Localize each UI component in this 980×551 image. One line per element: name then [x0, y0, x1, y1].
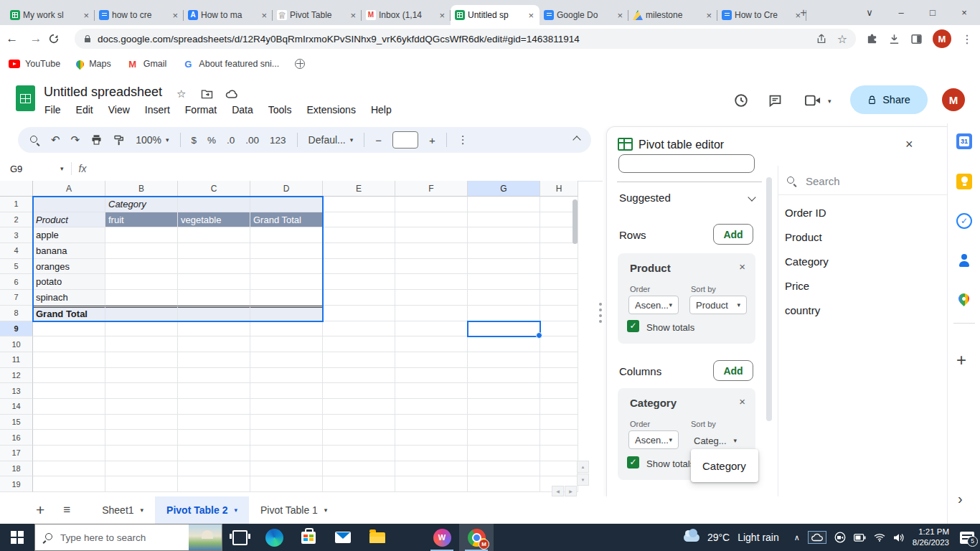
share-icon[interactable] [816, 33, 827, 44]
globe-bookmark-icon[interactable] [295, 59, 305, 69]
collapse-side-panel-icon[interactable]: › [958, 491, 963, 507]
toolbar-more-icon[interactable]: ⋮ [458, 133, 468, 146]
panel-close-icon[interactable]: × [905, 137, 913, 152]
google-contacts-icon[interactable] [956, 253, 972, 269]
tab-search-icon[interactable]: ∨ [854, 7, 885, 18]
cell-B18[interactable] [105, 461, 178, 477]
cell-D19[interactable] [250, 476, 323, 492]
url-omnibox[interactable]: docs.google.com/spreadsheets/d/12R4y0BqR… [75, 29, 856, 49]
field-item-0[interactable]: Order ID [785, 200, 928, 225]
cell-C4[interactable] [178, 243, 250, 259]
account-avatar[interactable]: M [942, 88, 965, 111]
forward-button[interactable]: → [24, 32, 47, 46]
cell-B8[interactable] [105, 306, 178, 321]
bookmark-1[interactable]: Maps [76, 59, 111, 69]
back-button[interactable]: ← [0, 32, 24, 46]
battery-icon[interactable] [854, 534, 866, 542]
cell-B2[interactable]: fruit [105, 212, 178, 228]
menu-view[interactable]: View [108, 104, 130, 116]
all-sheets-menu-icon[interactable]: ≡ [63, 503, 70, 517]
cell-C14[interactable] [178, 399, 250, 415]
cell-F1[interactable] [395, 197, 468, 212]
cell-G15[interactable] [468, 415, 540, 430]
zoom-select[interactable]: 100%▾ [136, 134, 169, 146]
tab-close-icon[interactable]: × [171, 10, 179, 21]
field-item-1[interactable]: Product [785, 225, 928, 249]
sortby-options-popup[interactable]: Category [691, 449, 758, 482]
cell-B4[interactable] [105, 243, 178, 259]
cell-B12[interactable] [105, 368, 178, 384]
decrease-font-size-button[interactable]: − [375, 134, 382, 146]
cell-A15[interactable] [33, 415, 105, 430]
cell-F5[interactable] [395, 259, 468, 275]
cell-B11[interactable] [105, 352, 178, 368]
cell-A9[interactable] [33, 321, 105, 337]
cell-F11[interactable] [395, 352, 468, 368]
cell-D10[interactable] [250, 336, 323, 352]
vertical-scrollbar-thumb[interactable] [573, 199, 578, 244]
cell-F14[interactable] [395, 399, 468, 415]
cell-G4[interactable] [468, 243, 540, 259]
move-to-folder-icon[interactable] [201, 89, 213, 99]
cell-E14[interactable] [323, 399, 395, 415]
more-formats-button[interactable]: 123 [270, 135, 286, 146]
cell-F7[interactable] [395, 290, 468, 306]
sheet-tab-dropdown-icon[interactable]: ▾ [141, 507, 144, 514]
panel-scrollbar-thumb[interactable] [766, 177, 772, 421]
columns-add-button[interactable]: Add [713, 360, 753, 381]
cell-E15[interactable] [323, 415, 395, 430]
cell-B9[interactable] [105, 321, 178, 337]
downloads-icon[interactable] [888, 33, 900, 45]
browser-tab-7[interactable]: milestone× [628, 5, 717, 25]
menu-file[interactable]: File [44, 104, 61, 116]
field-search-input[interactable] [804, 174, 915, 188]
taskbar-search-input[interactable] [59, 532, 169, 544]
wifi-icon[interactable] [874, 533, 885, 542]
cell-A14[interactable] [33, 399, 105, 415]
get-addons-icon[interactable]: + [956, 350, 966, 370]
cell-C5[interactable] [178, 259, 250, 275]
cell-A5[interactable]: oranges [33, 259, 105, 275]
cell-F4[interactable] [395, 243, 468, 259]
cell-F9[interactable] [395, 321, 468, 337]
row-header-13[interactable]: 13 [0, 383, 33, 399]
column-header-F[interactable]: F [395, 181, 468, 197]
menu-help[interactable]: Help [371, 104, 392, 116]
rows-add-button[interactable]: Add [713, 224, 753, 245]
row-header-10[interactable]: 10 [0, 336, 33, 352]
format-percent-button[interactable]: % [207, 135, 216, 146]
cell-F13[interactable] [395, 383, 468, 399]
cell-D4[interactable] [250, 243, 323, 259]
cell-D14[interactable] [250, 399, 323, 415]
data-range-input[interactable] [618, 154, 755, 173]
row-header-12[interactable]: 12 [0, 368, 33, 384]
cell-G12[interactable] [468, 368, 540, 384]
cell-H16[interactable] [540, 430, 578, 446]
cell-E13[interactable] [323, 383, 395, 399]
cell-E10[interactable] [323, 336, 395, 352]
cell-B15[interactable] [105, 415, 178, 430]
cell-D18[interactable] [250, 461, 323, 477]
format-currency-button[interactable]: $ [192, 135, 197, 146]
cell-E2[interactable] [323, 212, 395, 228]
cell-E6[interactable] [323, 274, 395, 290]
column-header-A[interactable]: A [33, 181, 105, 197]
cell-C15[interactable] [178, 415, 250, 430]
cell-E5[interactable] [323, 259, 395, 275]
chrome-button[interactable]: M [459, 524, 494, 551]
field-search[interactable] [786, 170, 937, 192]
tab-close-icon[interactable]: × [349, 10, 357, 21]
cell-A3[interactable]: apple [33, 227, 105, 243]
menu-format[interactable]: Format [185, 104, 217, 116]
cell-A1[interactable] [33, 197, 105, 212]
cell-H13[interactable] [540, 383, 578, 399]
row-header-3[interactable]: 3 [0, 227, 33, 243]
row-header-18[interactable]: 18 [0, 461, 33, 477]
sheets-logo-icon[interactable] [16, 85, 35, 111]
cell-G16[interactable] [468, 430, 540, 446]
browser-menu-icon[interactable]: ⋮ [961, 32, 973, 46]
cell-A8[interactable]: Grand Total [33, 306, 105, 321]
product-show-totals-checkbox[interactable]: ✓ [627, 320, 639, 332]
cell-H5[interactable] [540, 259, 578, 275]
taskbar-clock[interactable]: 1:21 PM 8/26/2023 [913, 527, 949, 548]
